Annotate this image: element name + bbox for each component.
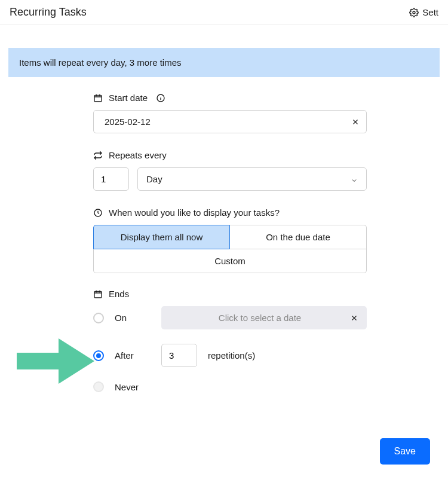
- ends-never-label: Never: [115, 382, 151, 392]
- ends-option-on: On Click to select a date: [93, 306, 367, 329]
- repeat-interval-input[interactable]: [93, 167, 129, 191]
- repeats-label: Repeats every: [109, 150, 167, 160]
- ends-label-row: Ends: [93, 289, 367, 299]
- display-options: Display them all now On the due date Cus…: [93, 225, 367, 273]
- repetition-suffix: repetition(s): [208, 350, 255, 360]
- repeats-row: Day: [93, 167, 367, 191]
- clock-icon: [93, 208, 103, 218]
- repeats-label-row: Repeats every: [93, 150, 367, 160]
- svg-marker-5: [17, 338, 94, 384]
- recurrence-summary-notice: Items will repeat every day, 3 more time…: [8, 48, 440, 77]
- settings-label: Sett: [422, 7, 438, 17]
- svg-rect-1: [94, 95, 102, 102]
- ends-after-label: After: [115, 350, 151, 360]
- start-date-input[interactable]: [93, 110, 367, 133]
- ends-on-placeholder: Click to select a date: [170, 313, 350, 323]
- calendar-icon: [93, 289, 103, 299]
- ends-after-radio[interactable]: [93, 350, 104, 361]
- ends-option-never: Never: [93, 381, 367, 392]
- pointer-arrow-annotation: [17, 335, 94, 387]
- display-label: When would you like to display your task…: [109, 207, 280, 218]
- start-date-label-row: Start date: [93, 93, 367, 103]
- display-label-row: When would you like to display your task…: [93, 207, 367, 218]
- save-button[interactable]: Save: [380, 438, 430, 465]
- ends-on-label: On: [115, 313, 151, 323]
- display-option-all-now[interactable]: Display them all now: [93, 225, 230, 249]
- repeat-unit-label: Day: [146, 174, 162, 184]
- calendar-icon: [93, 93, 103, 103]
- info-icon[interactable]: [156, 93, 165, 103]
- clear-start-date-icon[interactable]: [351, 118, 360, 126]
- ends-on-date-input[interactable]: Click to select a date: [161, 306, 367, 329]
- repeat-icon: [93, 151, 103, 160]
- svg-point-0: [413, 11, 415, 14]
- settings-button[interactable]: Sett: [409, 7, 438, 17]
- start-date-input-wrap: [93, 110, 367, 133]
- ends-on-radio[interactable]: [93, 313, 104, 323]
- ends-never-radio[interactable]: [93, 381, 104, 392]
- gear-icon: [409, 8, 419, 17]
- repetition-count-input[interactable]: [161, 344, 197, 367]
- clear-end-date-icon[interactable]: [350, 314, 358, 322]
- page-title: Recurring Tasks: [10, 6, 87, 19]
- repeat-unit-select[interactable]: Day: [137, 167, 367, 191]
- ends-label: Ends: [109, 289, 129, 299]
- header: Recurring Tasks Sett: [0, 0, 448, 25]
- ends-option-after: After repetition(s): [93, 344, 367, 367]
- display-option-custom[interactable]: Custom: [93, 249, 367, 273]
- svg-rect-4: [94, 291, 102, 298]
- recurring-form: Start date Repeats every Day: [93, 93, 367, 392]
- chevron-down-icon: [351, 176, 358, 183]
- start-date-label: Start date: [109, 93, 148, 103]
- display-option-due-date[interactable]: On the due date: [230, 225, 367, 249]
